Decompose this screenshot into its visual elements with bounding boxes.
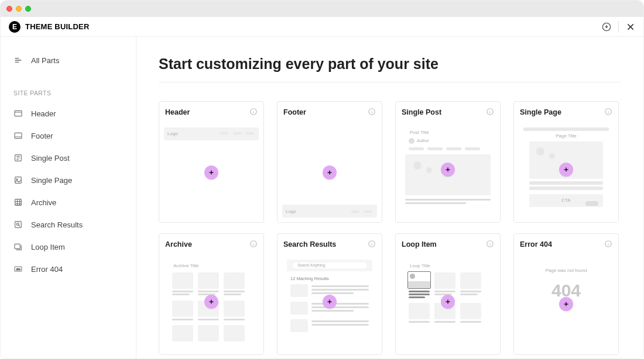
- window-zoom-icon[interactable]: [25, 6, 31, 12]
- main-panel: Start customizing every part of your sit…: [136, 37, 643, 358]
- card-title: Header: [165, 108, 190, 116]
- svg-rect-1: [15, 111, 22, 116]
- app-body: All Parts SITE PARTS Header Footer Singl…: [1, 37, 643, 358]
- info-icon[interactable]: [368, 240, 376, 250]
- sidebar-item-error-404[interactable]: 404 Error 404: [1, 258, 136, 280]
- sidebar-item-loop-item[interactable]: Loop Item: [1, 236, 136, 258]
- sidebar-item-label: Single Post: [31, 154, 70, 163]
- info-icon[interactable]: [604, 240, 612, 250]
- card-single-post[interactable]: Single Post Post Title Author: [395, 101, 501, 223]
- svg-rect-6: [15, 199, 22, 206]
- card-header[interactable]: Header Logo: [159, 101, 264, 223]
- close-icon[interactable]: [626, 22, 635, 32]
- sidebar-item-label: Loop Item: [31, 243, 65, 251]
- svg-rect-2: [15, 133, 22, 138]
- svg-rect-9: [15, 244, 20, 248]
- svg-text:404: 404: [16, 268, 20, 271]
- card-title: Single Page: [520, 108, 561, 116]
- os-titlebar: [1, 1, 643, 17]
- app-window: E THEME BUILDER All Parts SITE PARTS Hea…: [0, 0, 644, 359]
- add-button[interactable]: [559, 163, 573, 177]
- sidebar-item-label: Footer: [31, 132, 53, 140]
- sidebar-all-parts[interactable]: All Parts: [1, 47, 136, 73]
- sidebar-item-archive[interactable]: Archive: [1, 191, 136, 213]
- info-icon[interactable]: [486, 108, 494, 118]
- sidebar-section-label: SITE PARTS: [1, 73, 136, 102]
- card-archive[interactable]: Archive Archive Title: [159, 233, 264, 355]
- svg-rect-7: [15, 222, 22, 228]
- card-title: Loop Item: [402, 240, 437, 248]
- card-title: Archive: [165, 240, 192, 248]
- separator: [618, 21, 619, 33]
- sidebar-item-label: Archive: [31, 198, 56, 207]
- cards-grid: Header Logo: [159, 101, 621, 355]
- add-button[interactable]: [323, 295, 337, 309]
- info-icon[interactable]: [249, 240, 258, 250]
- card-single-page[interactable]: Single Page Page Title: [513, 101, 619, 223]
- elementor-logo-icon: E: [9, 21, 20, 33]
- page-heading: Start customizing every part of your sit…: [159, 56, 621, 73]
- svg-point-5: [16, 179, 18, 180]
- svg-point-8: [16, 223, 19, 225]
- app-topbar: E THEME BUILDER: [1, 17, 643, 37]
- topbar-actions: [602, 21, 635, 33]
- sidebar-item-label: Single Page: [31, 176, 72, 185]
- sidebar-item-label: Header: [31, 109, 56, 118]
- window-minimize-icon[interactable]: [16, 6, 22, 12]
- card-loop-item[interactable]: Loop Item Loop Title: [395, 233, 501, 355]
- info-icon[interactable]: [486, 240, 494, 250]
- info-icon[interactable]: [604, 108, 612, 118]
- sidebar-item-footer[interactable]: Footer: [1, 125, 136, 147]
- sidebar-item-label: Error 404: [31, 265, 63, 274]
- card-footer[interactable]: Footer Logo: [277, 101, 382, 223]
- svg-rect-4: [15, 177, 22, 184]
- sidebar: All Parts SITE PARTS Header Footer Singl…: [1, 37, 136, 358]
- card-error-404[interactable]: Error 404 Page was not found 404: [513, 233, 619, 355]
- add-button[interactable]: [559, 297, 573, 311]
- card-title: Search Results: [283, 240, 336, 248]
- add-button[interactable]: [441, 295, 455, 309]
- sidebar-all-parts-label: All Parts: [31, 56, 59, 65]
- card-title: Single Post: [402, 108, 441, 116]
- add-button[interactable]: [323, 165, 337, 180]
- sidebar-item-single-page[interactable]: Single Page: [1, 169, 136, 191]
- sidebar-item-header[interactable]: Header: [1, 102, 136, 125]
- add-button[interactable]: [204, 165, 218, 180]
- card-title: Error 404: [520, 240, 552, 248]
- divider: [159, 82, 621, 82]
- card-title: Footer: [283, 108, 306, 116]
- info-icon[interactable]: [368, 108, 376, 118]
- download-icon[interactable]: [602, 22, 611, 32]
- info-icon[interactable]: [249, 108, 258, 118]
- app-title: THEME BUILDER: [25, 22, 90, 31]
- sidebar-item-label: Search Results: [31, 220, 83, 229]
- sidebar-item-search-results[interactable]: Search Results: [1, 213, 136, 236]
- sidebar-item-single-post[interactable]: Single Post: [1, 147, 136, 169]
- card-search-results[interactable]: Search Results Search Anything 12 Machin…: [277, 233, 382, 355]
- app-brand: E THEME BUILDER: [9, 21, 90, 33]
- add-button[interactable]: [441, 163, 455, 177]
- window-close-icon[interactable]: [6, 6, 12, 12]
- add-button[interactable]: [204, 295, 218, 309]
